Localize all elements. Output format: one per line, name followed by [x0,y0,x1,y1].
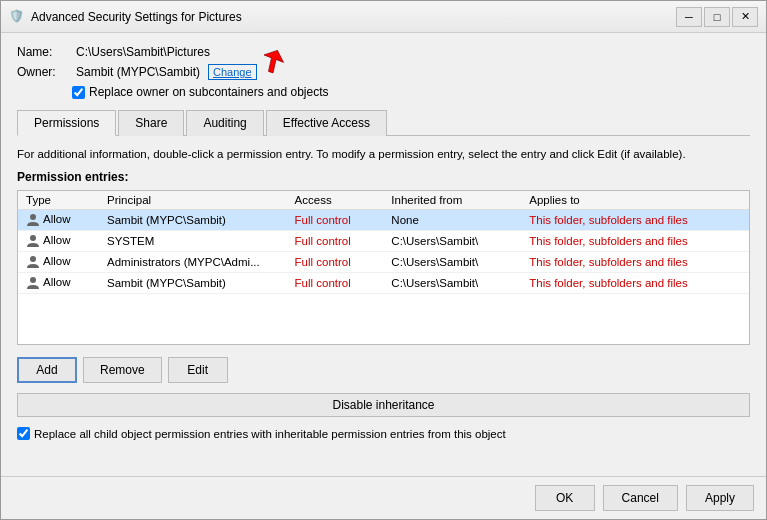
tab-auditing[interactable]: Auditing [186,110,263,136]
cell-principal: Sambit (MYPC\Sambit) [99,210,287,231]
owner-label: Owner: [17,65,72,79]
title-bar: 🛡️ Advanced Security Settings for Pictur… [1,1,766,33]
col-access: Access [287,191,384,210]
apply-button[interactable]: Apply [686,485,754,511]
close-button[interactable]: ✕ [732,7,758,27]
cell-applies: This folder, subfolders and files [521,210,749,231]
replace-owner-checkbox[interactable] [72,86,85,99]
owner-row: Owner: Sambit (MYPC\Sambit) Change [17,65,750,79]
cell-applies: This folder, subfolders and files [521,252,749,273]
remove-button[interactable]: Remove [83,357,162,383]
replace-child-checkbox[interactable] [17,427,30,440]
cell-type: Allow [18,231,99,252]
cell-inherited: C:\Users\Sambit\ [383,252,521,273]
name-row: Name: C:\Users\Sambit\Pictures [17,45,750,59]
main-window: 🛡️ Advanced Security Settings for Pictur… [0,0,767,520]
tab-share[interactable]: Share [118,110,184,136]
table-row[interactable]: Allow SYSTEM Full control C:\Users\Sambi… [18,231,749,252]
edit-button[interactable]: Edit [168,357,228,383]
svg-point-4 [30,277,36,283]
cell-principal: Sambit (MYPC\Sambit) [99,273,287,294]
cell-principal: SYSTEM [99,231,287,252]
cell-access: Full control [287,273,384,294]
window-title: Advanced Security Settings for Pictures [31,10,670,24]
cancel-button[interactable]: Cancel [603,485,678,511]
replace-child-row: Replace all child object permission entr… [17,427,750,440]
table-row[interactable]: Allow Administrators (MYPC\Admi... Full … [18,252,749,273]
col-type: Type [18,191,99,210]
svg-point-2 [30,235,36,241]
info-text: For additional information, double-click… [17,146,750,162]
cell-principal: Administrators (MYPC\Admi... [99,252,287,273]
cell-inherited: C:\Users\Sambit\ [383,231,521,252]
replace-child-label: Replace all child object permission entr… [34,428,506,440]
cell-applies: This folder, subfolders and files [521,231,749,252]
cell-type: Allow [18,252,99,273]
cell-type: Allow [18,273,99,294]
minimize-button[interactable]: ─ [676,7,702,27]
footer: OK Cancel Apply [1,476,766,519]
title-buttons: ─ □ ✕ [676,7,758,27]
cell-access: Full control [287,252,384,273]
col-principal: Principal [99,191,287,210]
content-area: Name: C:\Users\Sambit\Pictures Owner: Sa… [1,33,766,476]
cell-inherited: C:\Users\Sambit\ [383,273,521,294]
change-container: Change [204,65,257,79]
name-label: Name: [17,45,72,59]
change-link[interactable]: Change [208,64,257,80]
disable-inheritance-button[interactable]: Disable inheritance [17,393,750,417]
col-inherited: Inherited from [383,191,521,210]
table-row[interactable]: Allow Sambit (MYPC\Sambit) Full control … [18,210,749,231]
maximize-button[interactable]: □ [704,7,730,27]
window-icon: 🛡️ [9,9,25,25]
ok-button[interactable]: OK [535,485,595,511]
cell-access: Full control [287,231,384,252]
cell-access: Full control [287,210,384,231]
add-button[interactable]: Add [17,357,77,383]
cell-inherited: None [383,210,521,231]
action-buttons-row: Add Remove Edit [17,357,750,383]
col-applies: Applies to [521,191,749,210]
tab-permissions[interactable]: Permissions [17,110,116,136]
replace-owner-label: Replace owner on subcontainers and objec… [89,85,328,99]
svg-point-3 [30,256,36,262]
permissions-table: Type Principal Access Inherited from App… [18,191,749,294]
svg-point-1 [30,214,36,220]
perm-entries-label: Permission entries: [17,170,750,184]
owner-value: Sambit (MYPC\Sambit) [76,65,200,79]
table-row[interactable]: Allow Sambit (MYPC\Sambit) Full control … [18,273,749,294]
tab-effective-access[interactable]: Effective Access [266,110,387,136]
cell-type: Allow [18,210,99,231]
replace-owner-row: Replace owner on subcontainers and objec… [72,85,750,99]
tab-bar: Permissions Share Auditing Effective Acc… [17,109,750,136]
permissions-table-container: Type Principal Access Inherited from App… [17,190,750,345]
table-header-row: Type Principal Access Inherited from App… [18,191,749,210]
name-value: C:\Users\Sambit\Pictures [76,45,210,59]
cell-applies: This folder, subfolders and files [521,273,749,294]
